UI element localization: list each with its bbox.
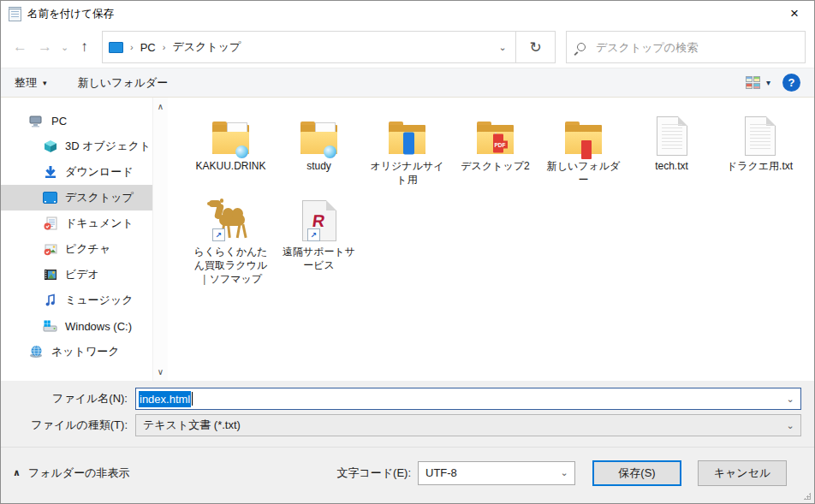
chevron-down-icon[interactable]: ⌄: [554, 467, 574, 478]
3d-objects-icon: [43, 139, 57, 154]
chevron-down-icon[interactable]: ▾: [766, 78, 770, 87]
folder-mixed-icon: [563, 122, 604, 156]
navigation-bar: ← → ⌄ ↑ › PC › デスクトップ ⌄ ↻: [1, 27, 814, 68]
breadcrumb-separator: ›: [156, 42, 173, 52]
content-area: PC 3D オブジェクト ダウンロード デスクトップ ドキュメント ピクチャ: [1, 98, 814, 381]
refresh-button[interactable]: ↻: [515, 32, 555, 62]
file-item-desktop2[interactable]: デスクトップ2: [451, 106, 539, 187]
file-item-new-folder[interactable]: 新しいフォルダー: [539, 106, 628, 187]
organize-label: 整理: [15, 75, 37, 91]
up-button[interactable]: ↑: [72, 34, 97, 60]
sidebar-item-pc[interactable]: PC: [1, 108, 152, 133]
sidebar-item-label: ダウンロード: [65, 164, 134, 180]
file-list: KAKUU.DRINK study オリジナ: [168, 98, 814, 381]
file-label: tech.txt: [655, 159, 688, 173]
file-item-study[interactable]: study: [275, 106, 363, 187]
navigation-pane: PC 3D オブジェクト ダウンロード デスクトップ ドキュメント ピクチャ: [1, 98, 152, 381]
drive-icon: [43, 319, 57, 334]
desktop-icon[interactable]: [109, 42, 123, 53]
back-button[interactable]: ←: [8, 34, 33, 60]
file-item-original-site[interactable]: オリジナルサイト用: [363, 106, 451, 187]
filename-row: ファイル名(N): index.html ⌄: [1, 388, 801, 410]
encoding-value: UTF-8: [425, 466, 457, 479]
text-caret: [192, 392, 193, 406]
dialog-title: 名前を付けて保存: [27, 7, 114, 21]
sidebar-item-documents[interactable]: ドキュメント: [1, 210, 152, 236]
sidebar-item-pictures[interactable]: ピクチャ: [1, 236, 152, 262]
pc-icon: [29, 114, 44, 128]
bottom-panel: ファイル名(N): index.html ⌄ ファイルの種類(T): テキスト文…: [1, 381, 814, 503]
file-label: ドラクエ用.txt: [727, 159, 793, 173]
filetype-select[interactable]: テキスト文書 (*.txt) ⌄: [135, 414, 801, 436]
music-icon: [43, 294, 57, 308]
downloads-icon: [43, 165, 57, 180]
network-icon: [29, 345, 44, 359]
folder-edge-icon: [211, 122, 252, 156]
documents-icon: [43, 216, 57, 231]
encoding-select[interactable]: UTF-8 ⌄: [418, 461, 575, 485]
sidebar-item-network[interactable]: ネットワーク: [1, 339, 152, 365]
file-item-dorakue-txt[interactable]: ドラクエ用.txt: [716, 106, 804, 187]
file-item-rakuuru-shortcut[interactable]: ↗ らくらくかんたん買取ラクウル｜ソフマップ: [187, 192, 275, 286]
address-bar[interactable]: › PC › デスクトップ ⌄ ↻: [102, 31, 556, 63]
filename-input[interactable]: index.html ⌄: [135, 388, 801, 410]
breadcrumb-item-desktop[interactable]: デスクトップ: [172, 39, 241, 55]
title-bar: 名前を付けて保存 ×: [1, 1, 814, 27]
encoding-label: 文字コード(E):: [336, 465, 418, 481]
new-folder-button[interactable]: 新しいフォルダー: [78, 75, 169, 91]
address-dropdown-button[interactable]: ⌄: [490, 32, 515, 62]
sidebar-item-downloads[interactable]: ダウンロード: [1, 159, 152, 185]
organize-button[interactable]: 整理 ▾: [15, 75, 47, 91]
sidebar-item-3d-objects[interactable]: 3D オブジェクト: [1, 133, 152, 159]
file-label: 遠隔サポートサービス: [282, 245, 357, 272]
hide-folders-button[interactable]: ∧ フォルダーの非表示: [13, 465, 129, 481]
folder-edge-icon: [299, 122, 340, 156]
file-item-kakuu-drink[interactable]: KAKUU.DRINK: [187, 106, 275, 187]
sidebar-item-label: デスクトップ: [65, 190, 134, 205]
file-label: KAKUU.DRINK: [195, 159, 265, 173]
sidebar-item-videos[interactable]: ビデオ: [1, 262, 152, 288]
sidebar-item-label: PC: [51, 115, 67, 127]
sidebar-item-desktop[interactable]: デスクトップ: [1, 185, 152, 210]
save-button[interactable]: 保存(S): [592, 460, 681, 486]
chevron-down-icon[interactable]: ⌄: [780, 394, 800, 405]
shortcut-arrow-icon: ↗: [212, 228, 225, 241]
sidebar-item-windows-c[interactable]: Windows (C:): [1, 313, 152, 339]
filetype-row: ファイルの種類(T): テキスト文書 (*.txt) ⌄: [1, 414, 801, 436]
file-item-remote-support-shortcut[interactable]: R ↗ 遠隔サポートサービス: [275, 192, 363, 286]
breadcrumb-item-pc[interactable]: PC: [140, 41, 156, 54]
close-button[interactable]: ×: [775, 1, 814, 27]
filename-selected-text: index.html: [139, 391, 191, 407]
sidebar-item-label: Windows (C:): [65, 320, 132, 333]
file-label: study: [306, 159, 331, 173]
scroll-down-icon[interactable]: ∨: [158, 367, 164, 377]
file-label: デスクトップ2: [461, 159, 529, 173]
file-item-tech-txt[interactable]: tech.txt: [628, 106, 716, 187]
sidebar-item-music[interactable]: ミュージック: [1, 288, 152, 313]
text-file-icon: [745, 116, 776, 156]
chevron-up-icon: ∧: [13, 467, 21, 478]
shortcut-arrow-icon: ↗: [307, 228, 320, 241]
view-grid-icon: [746, 76, 760, 89]
forward-button[interactable]: →: [33, 34, 57, 60]
save-as-dialog: 名前を付けて保存 × ← → ⌄ ↑ › PC › デスクトップ ⌄ ↻ 整理: [0, 0, 815, 504]
cancel-button[interactable]: キャンセル: [698, 460, 787, 486]
scroll-up-icon[interactable]: ∧: [158, 102, 164, 111]
sidebar-item-label: ドキュメント: [65, 216, 134, 231]
search-box[interactable]: [566, 31, 806, 63]
desktop-icon: [43, 191, 57, 205]
search-icon: [577, 43, 586, 51]
change-view-button[interactable]: ▾: [746, 76, 770, 89]
help-icon[interactable]: ?: [782, 74, 800, 92]
folder-docs-icon: [387, 122, 428, 156]
filetype-value: テキスト文書 (*.txt): [143, 418, 241, 433]
sidebar-scrollbar[interactable]: ∧ ∨: [152, 98, 168, 381]
resize-grip[interactable]: [802, 491, 811, 500]
chevron-down-icon[interactable]: ⌄: [780, 420, 800, 431]
breadcrumb-separator: ›: [123, 42, 140, 52]
search-input[interactable]: [596, 41, 805, 54]
recent-locations-button[interactable]: ⌄: [57, 34, 72, 60]
file-label: オリジナルサイト用: [370, 159, 445, 187]
sidebar-item-label: 3D オブジェクト: [65, 139, 151, 154]
videos-icon: [43, 268, 57, 282]
